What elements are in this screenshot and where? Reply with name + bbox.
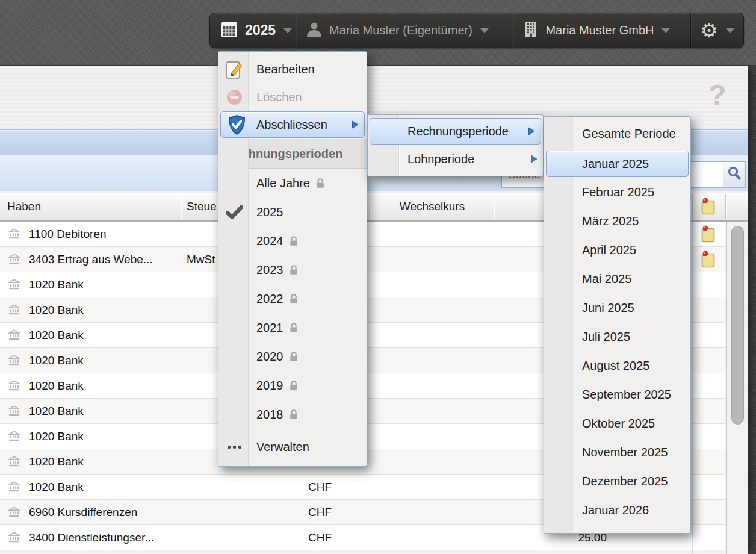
gear-icon: ⚙ <box>700 20 718 40</box>
menu-item-label: Gesamte Periode <box>582 127 676 141</box>
menu-item-januar-2025[interactable]: Januar 2025 <box>546 151 689 177</box>
menu-item-2023[interactable]: 2023 <box>218 255 367 284</box>
menu-item-2024[interactable]: 2024 <box>218 226 367 255</box>
bank-icon <box>8 304 20 318</box>
menu-item-2021[interactable]: 2021 <box>218 313 367 342</box>
menu-item-label: Abschliessen <box>256 118 327 132</box>
account-cell: 1020 Bank <box>29 449 84 475</box>
settings-button[interactable]: ⚙ <box>690 13 743 48</box>
menu-item-l-schen[interactable]: Löschen <box>218 83 367 111</box>
menu-item-label: September 2025 <box>582 388 671 402</box>
column-header-wechselkurs[interactable]: Wechselkurs <box>371 193 494 220</box>
menu-item-verwalten[interactable]: Verwalten <box>218 433 367 461</box>
notes-column-icon[interactable] <box>699 198 716 218</box>
period-year-label: 2025 <box>245 22 276 39</box>
column-header-steuer[interactable]: Steue <box>187 193 217 220</box>
menu-item-label: Rechnungsperiode <box>407 125 509 138</box>
calendar-icon <box>220 20 238 41</box>
check-icon <box>224 205 244 219</box>
menu-item-mai-2025[interactable]: Mai 2025 <box>544 264 690 293</box>
menu-item-label: 2019 <box>256 379 284 393</box>
search-button[interactable] <box>723 161 746 188</box>
lock-icon <box>289 380 299 391</box>
menu-item-rechnungsperiode[interactable]: Rechnungsperiode <box>370 118 541 145</box>
account-cell: 1020 Bank <box>29 323 84 348</box>
menu-item-lohnperiode[interactable]: Lohnperiode <box>368 145 543 173</box>
menu-item-oktober-2025[interactable]: Oktober 2025 <box>544 409 690 438</box>
account-cell: 3400 Dienstleistungser... <box>29 525 154 550</box>
bank-icon <box>8 506 20 520</box>
column-divider <box>725 194 726 219</box>
submenu-arrow-icon <box>528 127 535 136</box>
menu-item-label: Löschen <box>256 90 302 104</box>
menu-item-2022[interactable]: 2022 <box>218 284 367 313</box>
menu-item-abschliessen[interactable]: Abschliessen <box>220 111 365 138</box>
help-button[interactable]: ? <box>704 78 731 111</box>
top-bar: 2025 Maria Muster (Eigentümer) Maria Mus… <box>0 0 756 66</box>
vertical-scrollbar[interactable] <box>726 222 748 554</box>
column-header-haben[interactable]: Haben <box>7 193 41 220</box>
menu-item-august-2025[interactable]: August 2025 <box>544 351 690 380</box>
user-icon <box>306 21 323 40</box>
lock-icon <box>289 409 299 420</box>
menu-item-januar-2026[interactable]: Januar 2026 <box>544 496 690 524</box>
menu-item-label: März 2025 <box>582 214 639 228</box>
column-divider <box>181 194 181 219</box>
menu-item-label: 2021 <box>256 321 284 335</box>
menu-item-juli-2025[interactable]: Juli 2025 <box>544 322 690 351</box>
bank-icon <box>8 532 20 546</box>
edit-icon <box>224 60 244 79</box>
account-cell: 1020 Bank <box>29 348 84 373</box>
menu-item-april-2025[interactable]: April 2025 <box>544 235 690 264</box>
menu-item-label: 2025 <box>256 205 284 219</box>
chevron-down-icon <box>284 28 292 33</box>
chevron-down-icon <box>480 28 489 33</box>
menu-item-label: 2024 <box>256 234 284 248</box>
bank-icon <box>8 456 20 470</box>
menu-item-september-2025[interactable]: September 2025 <box>544 380 690 409</box>
column-divider <box>494 194 494 219</box>
menu-item-label: Juli 2025 <box>582 330 630 344</box>
account-cell: 1020 Bank <box>29 272 84 297</box>
menu-item-bearbeiten[interactable]: Bearbeiten <box>218 55 367 83</box>
menu-item-m-rz-2025[interactable]: März 2025 <box>544 207 690 235</box>
menu-item-2018[interactable]: 2018 <box>218 400 367 429</box>
menu-item-juni-2025[interactable]: Juni 2025 <box>544 293 690 322</box>
user-menu-button[interactable]: Maria Muster (Eigentümer) <box>296 13 513 48</box>
menu-item-label: Februar 2025 <box>582 185 654 199</box>
chevron-down-icon <box>726 28 734 33</box>
company-menu-button[interactable]: Maria Muster GmbH <box>513 13 690 48</box>
menu-item-label: August 2025 <box>582 359 649 373</box>
shield-check-icon <box>226 114 247 135</box>
lock-icon <box>315 178 325 188</box>
menu-item-2019[interactable]: 2019 <box>218 371 367 400</box>
bank-icon <box>8 355 20 369</box>
topbar-button-group: 2025 Maria Muster (Eigentümer) Maria Mus… <box>209 13 744 48</box>
account-cell: 1100 Debitoren <box>29 222 107 247</box>
scrollbar-thumb[interactable] <box>731 226 744 425</box>
bank-icon <box>8 431 20 444</box>
period-year-button[interactable]: 2025 <box>210 13 296 48</box>
menu-item-november-2025[interactable]: November 2025 <box>544 438 690 467</box>
menu-item-2020[interactable]: 2020 <box>218 342 367 371</box>
account-cell: 1020 Bank <box>29 297 84 323</box>
user-name-label: Maria Muster (Eigentümer) <box>329 23 472 37</box>
menu-item-label: Januar 2025 <box>582 157 649 171</box>
menu-item-label: Lohnperiode <box>407 152 474 166</box>
menu-item-dezember-2025[interactable]: Dezember 2025 <box>544 467 690 496</box>
menu-item-label: Mai 2025 <box>582 272 631 286</box>
menu-item-alle-jahre[interactable]: Alle Jahre <box>218 169 367 198</box>
note-icon[interactable] <box>699 251 716 271</box>
bank-icon <box>8 254 20 267</box>
lock-icon <box>289 264 299 275</box>
period-selection-submenu: Gesamte Periode Januar 2025Februar 2025M… <box>544 116 691 534</box>
menu-item-gesamte-periode[interactable]: Gesamte Periode <box>544 120 690 148</box>
note-icon[interactable] <box>699 225 716 246</box>
menu-item-2025[interactable]: 2025 <box>218 198 367 226</box>
lock-icon <box>289 293 299 304</box>
account-cell: 3403 Ertrag aus Webe... <box>29 247 153 272</box>
column-divider <box>692 194 693 219</box>
menu-item-label: Januar 2026 <box>582 503 649 517</box>
menu-item-februar-2025[interactable]: Februar 2025 <box>544 178 690 207</box>
chevron-down-icon <box>662 28 670 33</box>
